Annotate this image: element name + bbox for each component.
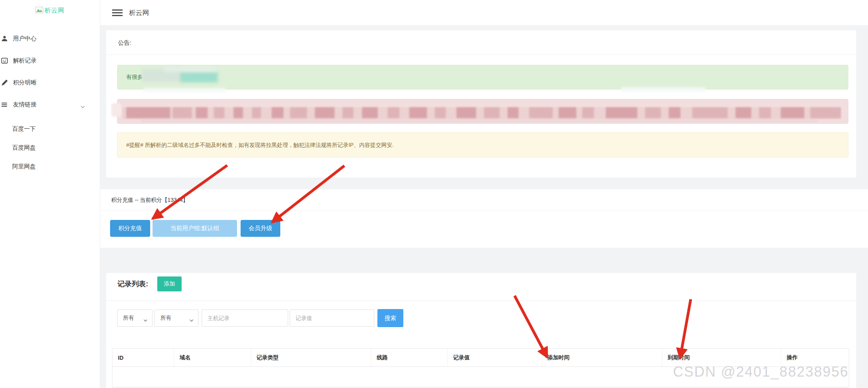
sidebar-item-friend-links[interactable]: 友情链接 bbox=[0, 93, 100, 115]
chevron-down-icon bbox=[81, 103, 85, 110]
sidebar-menu: 用户中心 解析记录 积分明晰 友情链接 bbox=[0, 20, 100, 176]
chevron-down-icon bbox=[189, 317, 193, 323]
pen-icon bbox=[1, 79, 8, 86]
csdn-watermark: CSDN @2401_88238956 bbox=[673, 364, 849, 380]
topbar-title: 析云网 bbox=[129, 8, 149, 17]
sidebar-item-label: 友情链接 bbox=[13, 101, 37, 108]
announcement-card: 公告: 有很多 #提醒# 所解析的二级域名过多不能及时检查，如有发现将拉黑处理，… bbox=[106, 30, 856, 178]
sidebar-logo[interactable]: 析云网 bbox=[0, 0, 100, 20]
col-id: ID bbox=[112, 349, 174, 366]
redaction-blob bbox=[111, 103, 121, 117]
points-header: 积分充值 -- 当前积分【13344】 bbox=[100, 189, 868, 211]
broken-image-icon bbox=[35, 7, 43, 15]
user-icon bbox=[1, 35, 8, 42]
sidebar-item-user-center[interactable]: 用户中心 bbox=[0, 27, 100, 49]
record-icon bbox=[1, 57, 8, 64]
sidebar-subitem-baidu[interactable]: 百度一下 bbox=[0, 119, 100, 138]
col-record-value: 记录值 bbox=[448, 349, 542, 366]
chevron-down-icon bbox=[143, 317, 147, 323]
app-page: 析云网 用户中心 解析记录 积分明晰 bbox=[0, 0, 868, 388]
sidebar-item-label: 用户中心 bbox=[13, 35, 37, 42]
sidebar-item-resolve-records[interactable]: 解析记录 bbox=[0, 49, 100, 71]
col-domain: 域名 bbox=[174, 349, 251, 366]
points-section: 积分充值 -- 当前积分【13344】 积分充值 当前用户组:默认组 会员升级 bbox=[100, 189, 868, 248]
sidebar-subitem-ali-pan[interactable]: 阿里网盘 bbox=[0, 157, 100, 176]
green-alert-text: 有很多 bbox=[126, 74, 143, 81]
col-line: 线路 bbox=[371, 349, 448, 366]
announcement-green-alert: 有很多 bbox=[117, 65, 848, 90]
record-value-input[interactable] bbox=[290, 309, 374, 327]
points-recharge-button[interactable]: 积分充值 bbox=[110, 220, 150, 237]
record-type-select[interactable]: 所有 bbox=[117, 309, 153, 327]
sidebar: 析云网 用户中心 解析记录 积分明晰 bbox=[0, 0, 100, 388]
records-title: 记录列表: bbox=[118, 276, 148, 291]
sidebar-submenu: 百度一下 百度网盘 阿里网盘 bbox=[0, 119, 100, 176]
hamburger-menu-icon[interactable] bbox=[112, 8, 123, 18]
host-record-input[interactable] bbox=[202, 309, 288, 327]
yellow-alert-text: #提醒# 所解析的二级域名过多不能及时检查，如有发现将拉黑处理，触犯法律法规将所… bbox=[126, 142, 394, 149]
logo-text: 析云网 bbox=[44, 7, 64, 15]
sidebar-subitem-baidu-pan[interactable]: 百度网盘 bbox=[0, 138, 100, 157]
announcement-yellow-alert: #提醒# 所解析的二级域名过多不能及时检查，如有发现将拉黑处理，触犯法律法规将所… bbox=[117, 132, 848, 157]
col-add-time: 添加时间 bbox=[542, 349, 662, 366]
sidebar-item-label: 解析记录 bbox=[13, 57, 37, 64]
sidebar-item-label: 积分明晰 bbox=[13, 79, 37, 86]
member-upgrade-button[interactable]: 会员升级 bbox=[241, 220, 280, 237]
add-record-button[interactable]: 添加 bbox=[157, 276, 182, 291]
line-select[interactable]: 所有 bbox=[154, 309, 199, 327]
col-record-type: 记录类型 bbox=[251, 349, 371, 366]
search-button[interactable]: 搜索 bbox=[377, 309, 403, 327]
sidebar-item-points-detail[interactable]: 积分明晰 bbox=[0, 71, 100, 93]
topbar: 析云网 bbox=[100, 0, 868, 25]
announcement-title: 公告: bbox=[106, 30, 856, 55]
divider bbox=[106, 300, 856, 301]
select-value: 所有 bbox=[123, 315, 134, 322]
select-value: 所有 bbox=[160, 315, 171, 322]
current-user-group-button[interactable]: 当前用户组:默认组 bbox=[153, 220, 237, 237]
list-icon bbox=[1, 101, 8, 108]
announcement-red-alert bbox=[117, 99, 848, 124]
